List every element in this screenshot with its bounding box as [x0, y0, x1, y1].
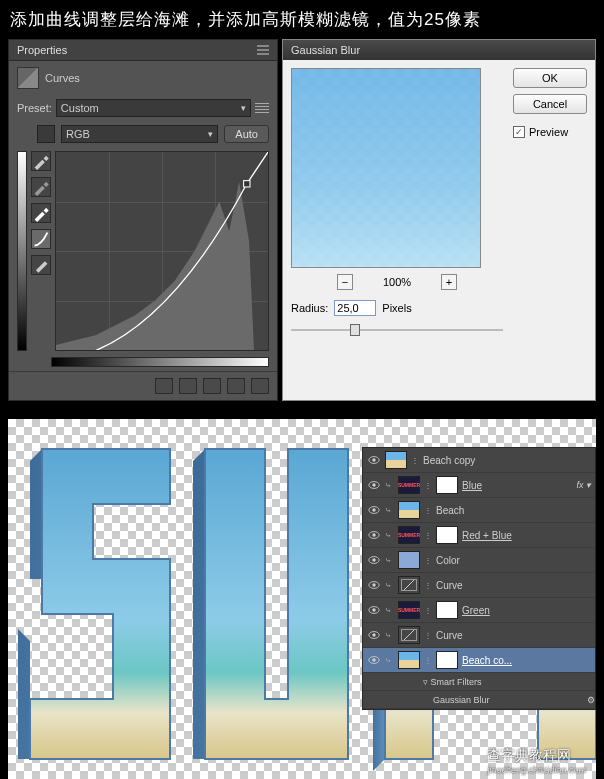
zoom-in-button[interactable]: + — [441, 274, 457, 290]
gaussian-blur-dialog: Gaussian Blur − 100% + Radius: Pixels — [282, 39, 596, 401]
visibility-icon[interactable] — [367, 653, 381, 667]
layer-thumbnail[interactable]: SUMMER — [398, 526, 420, 544]
layer-name[interactable]: Red + Blue — [462, 530, 591, 541]
link-icon: ⋮ — [411, 456, 419, 465]
layer-name[interactable]: Blue — [462, 480, 572, 491]
clip-arrow-icon: ⤷ — [385, 506, 392, 515]
visibility-icon[interactable] — [367, 603, 381, 617]
curve-point-tool-icon[interactable] — [31, 229, 51, 249]
layer-row[interactable]: ⤷⋮Color — [363, 548, 595, 573]
preview-checkbox[interactable]: ✓ — [513, 126, 525, 138]
layer-row[interactable]: ⋮Beach copy — [363, 448, 595, 473]
layer-name[interactable]: Beach — [436, 505, 591, 516]
eyedropper-black-icon[interactable] — [31, 151, 51, 171]
filter-item-row[interactable]: Gaussian Blur⚙ — [363, 691, 595, 709]
ok-button[interactable]: OK — [513, 68, 587, 88]
properties-panel: Properties Curves Preset: Custom RGB Aut… — [8, 39, 278, 401]
properties-title: Properties — [17, 44, 67, 56]
zoom-out-button[interactable]: − — [337, 274, 353, 290]
radius-input[interactable] — [334, 300, 376, 316]
mask-thumbnail[interactable] — [436, 476, 458, 494]
layer-name[interactable]: Beach copy — [423, 455, 591, 466]
toggle-visibility-icon[interactable] — [227, 378, 245, 394]
layer-row[interactable]: ⤷⋮Curve — [363, 573, 595, 598]
filter-preview[interactable] — [291, 68, 481, 268]
visibility-icon[interactable] — [367, 578, 381, 592]
link-icon: ⋮ — [424, 556, 432, 565]
curve-pencil-tool-icon[interactable] — [31, 255, 51, 275]
visibility-icon[interactable] — [367, 528, 381, 542]
layer-name[interactable]: Color — [436, 555, 591, 566]
view-previous-icon[interactable] — [179, 378, 197, 394]
properties-header[interactable]: Properties — [9, 40, 277, 61]
visibility-icon[interactable] — [367, 628, 381, 642]
svg-point-19 — [372, 658, 375, 661]
svg-point-11 — [372, 558, 375, 561]
layer-row[interactable]: ⤷SUMMER⋮Bluefx ▾ — [363, 473, 595, 498]
preset-label: Preset: — [17, 102, 52, 114]
radius-unit: Pixels — [382, 302, 411, 314]
adjustment-type: Curves — [45, 72, 80, 84]
layers-panel: ⋮Beach copy⤷SUMMER⋮Bluefx ▾⤷⋮Beach⤷SUMME… — [362, 447, 596, 710]
mask-thumbnail[interactable] — [436, 526, 458, 544]
preset-menu-icon[interactable] — [255, 103, 269, 113]
layer-name[interactable]: Curve — [436, 580, 591, 591]
svg-point-9 — [372, 533, 375, 536]
layer-thumbnail[interactable] — [398, 551, 420, 569]
mask-thumbnail[interactable] — [436, 651, 458, 669]
clip-arrow-icon: ⤷ — [385, 656, 392, 665]
layer-name[interactable]: Green — [462, 605, 591, 616]
visibility-icon[interactable] — [367, 453, 381, 467]
layer-thumbnail[interactable] — [398, 576, 420, 594]
visibility-icon[interactable] — [367, 478, 381, 492]
clip-arrow-icon: ⤷ — [385, 556, 392, 565]
eyedropper-white-icon[interactable] — [31, 203, 51, 223]
link-icon: ⋮ — [424, 631, 432, 640]
link-icon: ⋮ — [424, 506, 432, 515]
eyedropper-gray-icon[interactable] — [31, 177, 51, 197]
layer-row[interactable]: ⤷⋮Beach co... — [363, 648, 595, 673]
watermark: 查字典教程网 jiaocheng.chazidian.com — [487, 747, 586, 775]
reset-icon[interactable] — [203, 378, 221, 394]
layer-thumbnail[interactable] — [398, 626, 420, 644]
layer-row[interactable]: ⤷⋮Beach — [363, 498, 595, 523]
mask-thumbnail[interactable] — [436, 601, 458, 619]
targeted-adjustment-icon[interactable] — [37, 125, 55, 143]
visibility-icon[interactable] — [367, 553, 381, 567]
cancel-button[interactable]: Cancel — [513, 94, 587, 114]
curves-adjustment-icon — [17, 67, 39, 89]
input-gradient — [51, 357, 269, 367]
layer-name[interactable]: Beach co... — [462, 655, 591, 666]
curves-graph[interactable] — [55, 151, 269, 351]
delete-icon[interactable] — [251, 378, 269, 394]
svg-point-13 — [372, 583, 375, 586]
layer-thumbnail[interactable] — [398, 501, 420, 519]
link-icon: ⋮ — [424, 481, 432, 490]
layer-row[interactable]: ⤷SUMMER⋮Red + Blue — [363, 523, 595, 548]
auto-button[interactable]: Auto — [224, 125, 269, 143]
filter-options-icon[interactable]: ⚙ — [587, 695, 595, 705]
visibility-icon[interactable] — [367, 503, 381, 517]
radius-label: Radius: — [291, 302, 328, 314]
smart-filters-row[interactable]: ▿ Smart Filters — [363, 673, 595, 691]
layer-name[interactable]: Curve — [436, 630, 591, 641]
svg-point-17 — [372, 633, 375, 636]
clip-to-layer-icon[interactable] — [155, 378, 173, 394]
radius-slider[interactable] — [291, 320, 503, 340]
svg-point-7 — [372, 508, 375, 511]
fx-badge[interactable]: fx ▾ — [576, 480, 591, 490]
preset-dropdown[interactable]: Custom — [56, 99, 251, 117]
channel-dropdown[interactable]: RGB — [61, 125, 218, 143]
layer-thumbnail[interactable] — [385, 451, 407, 469]
layer-thumbnail[interactable]: SUMMER — [398, 601, 420, 619]
clip-arrow-icon: ⤷ — [385, 606, 392, 615]
layer-row[interactable]: ⤷⋮Curve — [363, 623, 595, 648]
svg-rect-1 — [244, 181, 250, 187]
layer-thumbnail[interactable] — [398, 651, 420, 669]
svg-point-5 — [372, 483, 375, 486]
layer-row[interactable]: ⤷SUMMER⋮Green — [363, 598, 595, 623]
canvas-area: ⋮Beach copy⤷SUMMER⋮Bluefx ▾⤷⋮Beach⤷SUMME… — [8, 419, 596, 779]
instruction-text: 添加曲线调整层给海滩，并添加高斯模糊滤镜，值为25像素 — [0, 0, 604, 39]
panel-menu-icon[interactable] — [257, 45, 269, 55]
layer-thumbnail[interactable]: SUMMER — [398, 476, 420, 494]
